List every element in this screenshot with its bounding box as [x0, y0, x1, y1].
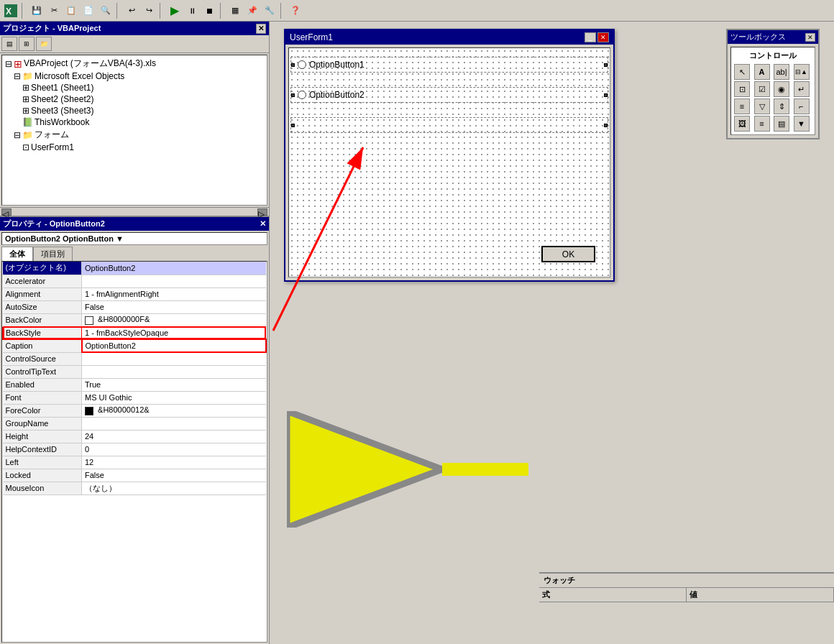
option1-container[interactable]: OptionButton1: [295, 60, 604, 70]
prop-row-objectname[interactable]: (オブジェクト名) OptionButton2: [3, 262, 267, 275]
forecolor-swatch: [85, 407, 93, 415]
tree-userform1[interactable]: ⊡ UserForm1: [21, 142, 265, 153]
prop-row-locked[interactable]: Locked False: [3, 469, 267, 482]
prop-row-alignment[interactable]: Alignment 1 - fmAlignmentRight: [3, 288, 267, 300]
toolbar-excel-icon[interactable]: X: [3, 3, 19, 19]
prop-row-caption[interactable]: Caption OptionButton2: [3, 339, 267, 352]
toolbar-ref-btn[interactable]: 📌: [244, 3, 260, 19]
toolbar-find-btn[interactable]: 🔍: [98, 3, 114, 19]
prop-row-autosize[interactable]: AutoSize False: [3, 300, 267, 313]
props-object-selector[interactable]: OptionButton2 OptionButton ▼: [1, 232, 267, 245]
toolbar-pause-btn[interactable]: ⏸: [184, 3, 200, 19]
prop-name-font: Font: [3, 391, 82, 404]
userform-title: UserForm1: [290, 32, 333, 42]
prop-name-groupname: GroupName: [3, 417, 82, 430]
tool-multipage[interactable]: ≡: [754, 116, 770, 132]
toolbox-close-btn[interactable]: ✕: [805, 33, 815, 42]
properties-close-btn[interactable]: ✕: [260, 219, 266, 229]
userform-close-btn[interactable]: ✕: [597, 32, 609, 42]
toolbar-redo-btn[interactable]: ↪: [141, 3, 157, 19]
tool-tabstrip[interactable]: ▤: [774, 116, 789, 132]
option1-radio: [298, 60, 306, 69]
tool-spinbutton[interactable]: ⌐: [794, 98, 810, 114]
option2-selection-row: OptionButton2: [290, 87, 608, 103]
tool-frame[interactable]: ⊟▲: [794, 64, 810, 80]
prop-row-groupname[interactable]: GroupName: [3, 417, 267, 430]
toolbar-cut-btn[interactable]: ✂: [46, 3, 62, 19]
toolbar-copy-btn[interactable]: 📋: [63, 3, 79, 19]
tool-commandbutton[interactable]: ⊡: [734, 81, 750, 97]
tool-refed[interactable]: ▼: [794, 116, 810, 132]
prop-row-forecolor[interactable]: ForeColor &H80000012&: [3, 404, 267, 417]
tree-sheet3[interactable]: ⊞ Sheet3 (Sheet3): [21, 105, 265, 116]
prop-name-height: Height: [3, 430, 82, 443]
prop-row-accelerator[interactable]: Accelerator: [3, 275, 267, 288]
project-view-object-btn[interactable]: ⊞: [19, 37, 35, 51]
tree-thisworkbook-label: ThisWorkbook: [35, 117, 89, 127]
toolbar-save-btn[interactable]: 💾: [29, 3, 45, 19]
tree-excel-objects[interactable]: ⊟ 📁 Microsoft Excel Objects: [12, 70, 265, 82]
properties-title: プロパティ - OptionButton2: [3, 218, 105, 229]
toolbar-undo-btn[interactable]: ↩: [124, 3, 139, 19]
prop-row-left[interactable]: Left 12: [3, 456, 267, 469]
toolbar-sep-2: [116, 3, 121, 19]
prop-row-backstyle[interactable]: BackStyle 1 - fmBackStyleOpaque: [3, 326, 267, 339]
toolbox-section-title: コントロール: [734, 50, 812, 61]
toolbar-paste-btn[interactable]: 📄: [81, 3, 96, 19]
option2-container[interactable]: OptionButton2: [295, 90, 604, 100]
tool-textbox[interactable]: ab|: [774, 64, 789, 80]
tool-optionbutton[interactable]: ◉: [774, 81, 789, 97]
prop-row-controltiptext[interactable]: ControlTipText: [3, 365, 267, 378]
prop-row-height[interactable]: Height 24: [3, 430, 267, 443]
props-tab-category[interactable]: 項目別: [33, 247, 73, 261]
toolbar-run-btn[interactable]: ▶: [167, 3, 183, 19]
tool-label[interactable]: A: [754, 64, 770, 80]
toolbar-tools-btn[interactable]: 🔧: [262, 3, 278, 19]
toolbox-panel: ツールボックス ✕ コントロール ↖ A ab| ⊟▲ ⊡ ☑ ◉ ↵ ≡ ▽: [726, 29, 820, 139]
prop-row-enabled[interactable]: Enabled True: [3, 378, 267, 391]
prop-value-locked: False: [82, 469, 267, 482]
project-toggle-folders-btn[interactable]: 📁: [36, 37, 52, 51]
center-area: UserForm1 _ ✕ OptionButton1: [270, 22, 834, 644]
project-title: プロジェクト - VBAProject: [3, 23, 101, 34]
tree-sheet2[interactable]: ⊞ Sheet2 (Sheet2): [21, 93, 265, 105]
tool-combobox[interactable]: ▽: [754, 98, 770, 114]
tool-checkbox[interactable]: ☑: [754, 81, 770, 97]
prop-row-controlsource[interactable]: ControlSource: [3, 352, 267, 365]
tool-select[interactable]: ↖: [734, 64, 750, 80]
tool-togglebutton[interactable]: ↵: [794, 81, 810, 97]
props-table-container[interactable]: (オブジェクト名) OptionButton2 Accelerator Alig…: [1, 261, 267, 643]
tree-thisworkbook[interactable]: 📗 ThisWorkbook: [21, 116, 265, 128]
toolbar-stop-btn[interactable]: ⏹: [201, 3, 217, 19]
toolbar-userform-btn[interactable]: ▦: [227, 3, 243, 19]
prop-row-backcolor[interactable]: BackColor &H8000000F&: [3, 313, 267, 326]
tool-listbox[interactable]: ≡: [734, 98, 750, 114]
tree-expand-icon: ⊟: [5, 59, 12, 69]
tree-forms[interactable]: ⊟ 📁 フォーム: [12, 128, 265, 142]
props-tab-all[interactable]: 全体: [1, 247, 33, 261]
tool-image[interactable]: 🖼: [734, 116, 750, 132]
scroll-right-btn[interactable]: ▷: [257, 208, 267, 216]
toolbar-help-btn[interactable]: ❓: [288, 3, 303, 19]
project-tree[interactable]: ⊟ ⊞ VBAProject (フォームVBA(4-3).xls ⊟ 📁 Mic…: [1, 55, 267, 206]
folder-icon: 📁: [22, 71, 33, 81]
tree-sheet1[interactable]: ⊞ Sheet1 (Sheet1): [21, 82, 265, 93]
properties-titlebar: プロパティ - OptionButton2 ✕: [0, 217, 269, 231]
project-hscrollbar[interactable]: ◁ ▷: [0, 207, 269, 216]
userform-titlebar: UserForm1 _ ✕: [285, 30, 613, 45]
option3-selection-row: [290, 117, 608, 133]
prop-row-font[interactable]: Font MS UI Gothic: [3, 391, 267, 404]
userform-minimize-btn[interactable]: _: [585, 32, 596, 42]
prop-name-backstyle: BackStyle: [3, 326, 82, 339]
scroll-left-btn[interactable]: ◁: [1, 208, 12, 216]
tool-scrollbar[interactable]: ⇕: [774, 98, 789, 114]
tree-root[interactable]: ⊟ ⊞ VBAProject (フォームVBA(4-3).xls: [4, 57, 265, 70]
prop-row-mouseicon[interactable]: MouseIcon （なし）: [3, 482, 267, 494]
project-close-btn[interactable]: ✕: [256, 24, 266, 34]
ok-button[interactable]: OK: [541, 246, 595, 262]
option2-label: OptionButton2: [309, 90, 365, 100]
project-view-code-btn[interactable]: ▤: [1, 37, 17, 51]
tree-excel-objects-label: Microsoft Excel Objects: [35, 71, 124, 81]
prop-row-helpcontextid[interactable]: HelpContextID 0: [3, 443, 267, 456]
watch-title: ウォッチ: [544, 576, 575, 584]
